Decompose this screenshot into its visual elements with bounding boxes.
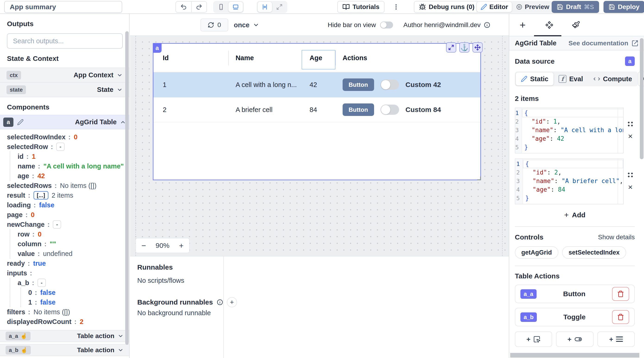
token: "A cell with a long bbox=[561, 126, 624, 134]
redo-button[interactable] bbox=[191, 2, 206, 12]
mode-compute[interactable]: Compute bbox=[588, 72, 637, 86]
hide-bar-label: Hide bar on view bbox=[328, 21, 376, 29]
chevron-down-icon[interactable] bbox=[117, 87, 123, 93]
output-colon: : bbox=[28, 260, 30, 267]
zoom-out-button[interactable]: − bbox=[142, 241, 146, 250]
drag-handle-icon[interactable] bbox=[627, 172, 634, 178]
context-row[interactable]: stateState bbox=[0, 82, 129, 97]
row-action-toggle[interactable] bbox=[380, 80, 399, 90]
tab-editor[interactable]: Editor bbox=[477, 2, 512, 12]
tab-styling[interactable] bbox=[562, 14, 589, 36]
output-key: filters bbox=[7, 308, 25, 316]
tab-component-settings[interactable] bbox=[536, 14, 562, 36]
delete-action-button[interactable] bbox=[612, 287, 629, 301]
chevron-down-icon[interactable] bbox=[118, 333, 124, 339]
data-source-badge: a bbox=[625, 56, 635, 66]
json-editor[interactable]: 12345{ "id": 1, "name": "A cell with a l… bbox=[515, 108, 624, 154]
zoom-control: − 90% + bbox=[136, 238, 190, 253]
app-summary-input[interactable] bbox=[4, 1, 122, 13]
anchor-handle[interactable]: ⚓ bbox=[459, 42, 470, 52]
undo-button[interactable] bbox=[176, 2, 191, 12]
editor-gutter: 12345 bbox=[515, 159, 523, 204]
show-details-link[interactable]: Show details bbox=[598, 234, 635, 241]
edit-id-icon[interactable] bbox=[17, 119, 24, 126]
remove-item-button[interactable]: × bbox=[628, 132, 633, 140]
settings-horizontal-scrollbar[interactable] bbox=[510, 353, 639, 358]
hide-bar-toggle[interactable] bbox=[380, 22, 393, 28]
expand-object-chip[interactable]: - bbox=[38, 278, 46, 287]
tab-insert-component[interactable]: + bbox=[509, 14, 536, 36]
row-action-button[interactable]: Button bbox=[342, 104, 374, 116]
refresh-button[interactable]: 0 bbox=[200, 18, 228, 32]
move-handle[interactable] bbox=[472, 42, 483, 52]
add-toggle-action-button[interactable]: + bbox=[556, 332, 593, 347]
expand-canvas-button[interactable] bbox=[272, 2, 286, 12]
col-header-name[interactable]: Name bbox=[228, 54, 301, 62]
expand-object-chip[interactable]: - bbox=[53, 220, 61, 229]
debug-runs-button[interactable]: Debug runs (0) bbox=[414, 1, 480, 13]
tutorials-button[interactable]: Tutorials bbox=[337, 1, 384, 13]
table-row[interactable]: 1A cell with a long n...42ButtonCustom 4… bbox=[154, 72, 480, 98]
add-select-action-button[interactable]: + bbox=[598, 332, 635, 347]
component-header-aggrid[interactable]: a AgGrid Table bbox=[0, 115, 129, 129]
row-action-toggle[interactable] bbox=[380, 104, 399, 115]
token: "age" bbox=[532, 135, 550, 142]
add-background-runnable-button[interactable]: + bbox=[227, 297, 237, 307]
col-header-actions[interactable]: Actions bbox=[334, 54, 480, 62]
items-count: 2 items bbox=[515, 95, 635, 102]
expand-object-chip[interactable]: - bbox=[56, 142, 64, 151]
draft-button[interactable]: Draft ⌘S bbox=[552, 1, 599, 13]
table-row[interactable]: 2A briefer cell84ButtonCustom 84 bbox=[154, 98, 480, 122]
more-menu-button[interactable] bbox=[392, 3, 400, 11]
aggrid-component[interactable]: a ⚓ Id Name Age Actions 1A cell with a l bbox=[153, 43, 481, 180]
editor-scrollbar[interactable] bbox=[618, 159, 618, 204]
search-outputs-input[interactable] bbox=[7, 33, 123, 48]
table-action-row[interactable]: a_b ☝Table action bbox=[0, 344, 129, 356]
mode-eval[interactable]: fEval bbox=[554, 72, 588, 86]
add-button-action-button[interactable]: + bbox=[515, 332, 552, 347]
expand-array-chip[interactable]: [...] bbox=[34, 191, 48, 200]
debug-runs-label: Debug runs (0) bbox=[429, 3, 474, 11]
editor-code[interactable]: { "id": 1, "name": "A cell with a long "… bbox=[522, 108, 624, 153]
component-resize-handle[interactable] bbox=[477, 176, 481, 180]
zoom-in-button[interactable]: + bbox=[179, 241, 184, 250]
add-item-button[interactable]: + Add bbox=[564, 210, 586, 220]
editor-scrollbar[interactable] bbox=[618, 108, 618, 153]
output-colon: : bbox=[28, 308, 30, 316]
mobile-view-button[interactable] bbox=[214, 2, 228, 12]
output-key: a_b bbox=[18, 279, 29, 287]
tree-line: value:undefined bbox=[10, 249, 127, 258]
control-pill-getaggrid[interactable]: getAgGrid bbox=[515, 246, 558, 259]
json-editor[interactable]: 12345{ "id": 2, "name": "A briefer cell"… bbox=[515, 158, 624, 204]
remove-item-button[interactable]: × bbox=[628, 183, 633, 191]
drag-handle-icon[interactable] bbox=[627, 121, 634, 127]
row-action-button[interactable]: Button bbox=[342, 78, 374, 91]
app-canvas[interactable]: a ⚓ Id Name Age Actions 1A cell with a l bbox=[130, 36, 509, 256]
run-mode-select[interactable]: once bbox=[234, 18, 259, 32]
see-documentation-link[interactable]: See documentation bbox=[568, 40, 638, 47]
component-badge: a bbox=[153, 43, 162, 53]
cursor-click-icon bbox=[533, 336, 540, 343]
action-component-label: Toggle bbox=[537, 313, 612, 321]
col-header-id[interactable]: Id bbox=[154, 54, 228, 62]
settings-vertical-scrollbar[interactable] bbox=[640, 38, 644, 159]
chevron-down-icon[interactable] bbox=[117, 72, 123, 78]
deploy-button[interactable]: Deploy bbox=[604, 1, 644, 13]
context-row[interactable]: ctxApp Context bbox=[0, 68, 129, 82]
output-key: ready bbox=[7, 260, 25, 267]
control-pills: getAgGridsetSelectedIndex bbox=[515, 246, 635, 259]
sidebar-scrollbar[interactable] bbox=[125, 31, 129, 345]
editor-code[interactable]: { "id": 2, "name": "A briefer cell", "ag… bbox=[523, 159, 623, 204]
tab-preview[interactable]: Preview bbox=[512, 2, 553, 12]
mode-static[interactable]: Static bbox=[516, 72, 554, 86]
control-pill-setselectedindex[interactable]: setSelectedIndex bbox=[562, 246, 626, 259]
chevron-down-icon[interactable] bbox=[118, 347, 124, 353]
output-colon: : bbox=[28, 192, 30, 199]
table-action-row[interactable]: a_a ☝Table action bbox=[0, 330, 129, 342]
fullscreen-handle[interactable] bbox=[446, 42, 456, 52]
delete-action-button[interactable] bbox=[612, 310, 629, 324]
center-align-button[interactable] bbox=[258, 2, 272, 12]
desktop-view-button[interactable] bbox=[228, 2, 243, 12]
background-runnables-title: Background runnables bbox=[137, 298, 213, 306]
info-icon[interactable] bbox=[484, 22, 490, 28]
